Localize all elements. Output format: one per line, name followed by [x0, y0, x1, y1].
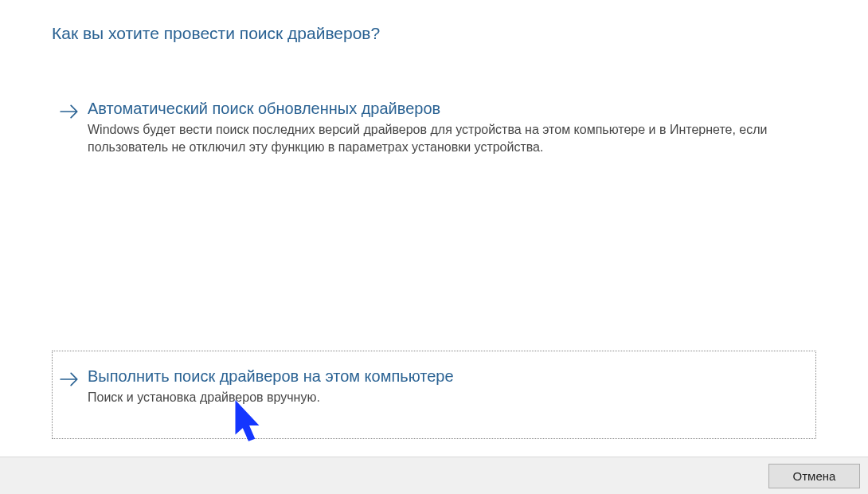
arrow-right-icon: [59, 101, 80, 122]
dialog-footer: Отмена: [0, 457, 868, 494]
option-text: Выполнить поиск драйверов на этом компью…: [88, 366, 811, 406]
option-text: Автоматический поиск обновленных драйвер…: [88, 98, 811, 157]
page-title: Как вы хотите провести поиск драйверов?: [52, 24, 816, 43]
option-title: Автоматический поиск обновленных драйвер…: [88, 98, 811, 120]
arrow-right-icon: [59, 369, 80, 390]
option-title: Выполнить поиск драйверов на этом компью…: [88, 366, 811, 387]
option-browse-computer[interactable]: Выполнить поиск драйверов на этом компью…: [52, 351, 816, 439]
option-auto-search[interactable]: Автоматический поиск обновленных драйвер…: [52, 89, 816, 169]
dialog-content: Как вы хотите провести поиск драйверов? …: [0, 0, 868, 457]
option-description: Windows будет вести поиск последних верс…: [88, 121, 780, 157]
cancel-button[interactable]: Отмена: [768, 464, 860, 488]
option-description: Поиск и установка драйверов вручную.: [88, 389, 780, 406]
